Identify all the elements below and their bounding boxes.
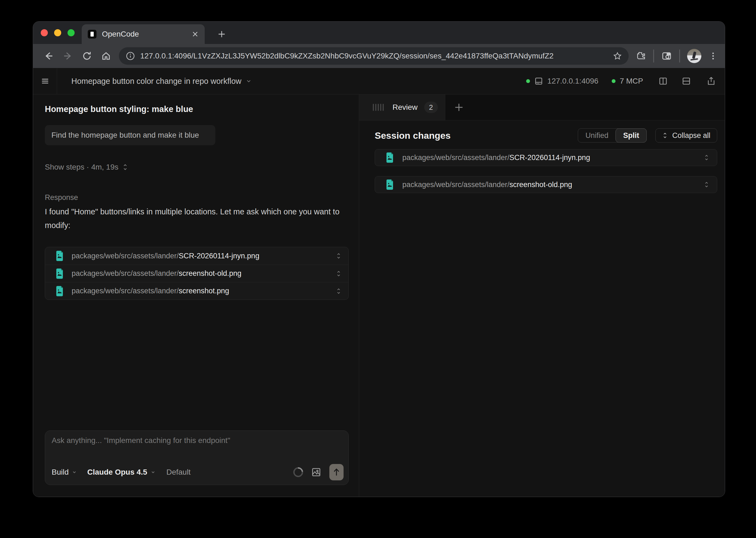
changed-file-row[interactable]: packages/web/src/assets/lander/screensho… [375, 176, 717, 193]
browser-menu-icon[interactable] [709, 51, 718, 61]
opencode-favicon-icon [88, 30, 96, 38]
mode-label: Build [52, 468, 69, 477]
review-panel: Review 2 Session changes Unified Split [359, 94, 725, 497]
file-name: SCR-20260114-jnyn.png [509, 153, 590, 162]
forward-button[interactable] [59, 47, 76, 65]
response-file-list: packages/web/src/assets/lander/SCR-20260… [45, 247, 349, 300]
toolbar-separator [653, 49, 654, 63]
share-icon[interactable] [706, 76, 716, 86]
preset-label: Default [166, 468, 191, 477]
expand-collapse-icon [122, 164, 128, 171]
split-vertical-icon[interactable] [658, 76, 668, 86]
expand-collapse-icon [336, 270, 342, 277]
chevron-down-icon [72, 470, 77, 475]
tab-review[interactable]: Review 2 [359, 94, 445, 120]
view-unified-button[interactable]: Unified [578, 129, 616, 142]
send-button[interactable] [329, 464, 344, 480]
file-name: SCR-20260114-jnyn.png [179, 252, 259, 260]
user-message-text: Find the homepage button and make it blu… [51, 131, 199, 139]
reload-button[interactable] [79, 47, 95, 65]
file-name: screenshot-old.png [509, 181, 572, 189]
profile-avatar[interactable] [687, 49, 701, 63]
server-status-dot [526, 79, 530, 83]
message-composer: Build Claude Opus 4.5 Default [45, 430, 349, 485]
browser-toolbar [33, 44, 725, 68]
grip-icon [373, 103, 386, 111]
file-dir: packages/web/src/assets/lander/ [72, 269, 179, 278]
image-file-icon [55, 286, 64, 296]
chat-heading: Homepage button styling: make blue [45, 104, 193, 114]
browser-tab[interactable]: OpenCode [82, 24, 205, 44]
hamburger-menu-icon[interactable] [40, 77, 50, 86]
app-header: Homepage button color change in repo wor… [33, 68, 725, 94]
address-bar[interactable] [119, 47, 629, 65]
image-file-icon [385, 152, 394, 163]
browser-window: OpenCode [33, 21, 725, 497]
file-dir: packages/web/src/assets/lander/ [402, 153, 509, 162]
close-window-button[interactable] [41, 29, 48, 36]
file-row[interactable]: packages/web/src/assets/lander/SCR-20260… [45, 247, 348, 265]
site-info-icon[interactable] [125, 51, 135, 61]
expand-collapse-icon [704, 181, 709, 188]
tab-close-icon[interactable] [192, 30, 199, 38]
collapse-all-button[interactable]: Collapse all [656, 128, 717, 142]
changed-file-row[interactable]: packages/web/src/assets/lander/SCR-20260… [375, 149, 717, 166]
server-icon [534, 77, 543, 86]
image-file-icon [55, 268, 64, 279]
tab-title: OpenCode [102, 30, 192, 38]
attach-image-icon[interactable] [311, 467, 322, 478]
server-address: 127.0.0.1:4096 [547, 77, 598, 85]
response-label: Response [45, 193, 78, 202]
collapse-icon [662, 132, 668, 139]
expand-collapse-icon [704, 154, 709, 161]
url-input[interactable] [140, 52, 613, 60]
user-message-bubble: Find the homepage button and make it blu… [45, 125, 216, 145]
home-button[interactable] [97, 47, 114, 65]
preset-selector[interactable]: Default [166, 468, 191, 477]
mcp-count: 7 MCP [620, 77, 643, 85]
show-steps-label: Show steps · 4m, 19s [45, 163, 118, 172]
file-row[interactable]: packages/web/src/assets/lander/screensho… [45, 282, 348, 299]
chat-panel: Homepage button styling: make blue Find … [33, 94, 359, 497]
review-count-badge: 2 [424, 102, 438, 113]
model-selector[interactable]: Claude Opus 4.5 [87, 468, 155, 477]
toolbar-separator-2 [679, 49, 680, 63]
sidebar-rail [33, 68, 57, 94]
back-button[interactable] [40, 47, 57, 65]
image-file-icon [385, 180, 394, 190]
model-label: Claude Opus 4.5 [87, 468, 147, 477]
file-name: screenshot.png [179, 287, 229, 295]
file-dir: packages/web/src/assets/lander/ [72, 287, 179, 295]
chevron-down-icon [151, 470, 156, 475]
new-tab-button[interactable] [216, 28, 228, 40]
chevron-down-icon [246, 78, 252, 84]
file-row[interactable]: packages/web/src/assets/lander/screensho… [45, 265, 348, 282]
add-tab-button[interactable] [445, 94, 472, 120]
expand-collapse-icon [336, 252, 342, 259]
session-changes-heading: Session changes [375, 130, 451, 141]
minimize-window-button[interactable] [54, 29, 61, 36]
extensions-icon[interactable] [636, 51, 646, 61]
composer-input[interactable] [52, 436, 325, 458]
split-horizontal-icon[interactable] [681, 76, 691, 86]
response-text: I found "Home" buttons/links in multiple… [45, 205, 344, 232]
review-tab-label: Review [393, 103, 418, 112]
bookmark-star-icon[interactable] [613, 51, 622, 61]
collapse-all-label: Collapse all [672, 132, 710, 140]
context-usage-ring [291, 465, 305, 479]
maximize-window-button[interactable] [68, 29, 75, 36]
expand-collapse-icon [336, 288, 342, 295]
show-steps-toggle[interactable]: Show steps · 4m, 19s [45, 163, 128, 172]
review-tab-bar: Review 2 [359, 94, 725, 121]
session-title-dropdown[interactable]: Homepage button color change in repo wor… [57, 68, 252, 94]
file-dir: packages/web/src/assets/lander/ [402, 181, 509, 189]
tab-search-icon[interactable] [661, 51, 672, 61]
image-file-icon [55, 251, 64, 261]
mode-selector[interactable]: Build [52, 468, 77, 477]
view-split-button[interactable]: Split [615, 128, 647, 142]
view-mode-segmented-control: Unified Split [578, 128, 647, 142]
file-name: screenshot-old.png [179, 269, 242, 278]
session-title-text: Homepage button color change in repo wor… [71, 77, 241, 86]
file-dir: packages/web/src/assets/lander/ [72, 252, 179, 260]
browser-tab-strip: OpenCode [33, 22, 725, 44]
